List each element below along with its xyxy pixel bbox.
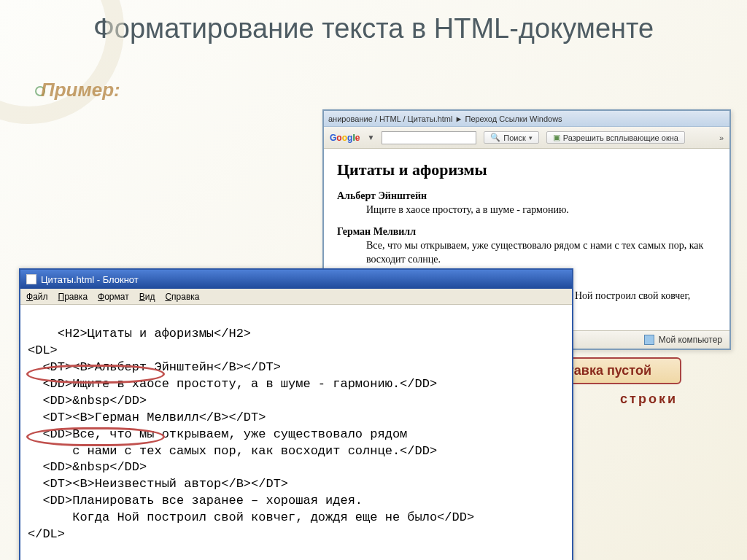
code-text: <H2>Цитаты и афоризмы</H2> <DL> <DT><B>А…	[28, 327, 474, 541]
magnifier-icon: 🔍	[490, 133, 500, 142]
toolbar-dropdown-icon[interactable]: ▼	[367, 133, 374, 141]
notepad-title-text: Цитаты.html - Блокнот	[41, 274, 139, 285]
menu-edit[interactable]: Правка	[58, 292, 88, 302]
popup-icon: ▣	[553, 133, 560, 142]
computer-icon	[644, 335, 654, 345]
callout-line2: строки	[620, 392, 678, 407]
popup-toggle[interactable]: ▣ Разрешить всплывающие окна	[546, 131, 685, 144]
notepad-titlebar: Цитаты.html - Блокнот	[20, 270, 572, 289]
menu-format[interactable]: Формат	[98, 292, 129, 302]
notepad-window: Цитаты.html - Блокнот Файл Правка Формат…	[19, 268, 573, 560]
menu-file[interactable]: Файл	[26, 292, 48, 302]
browser-toolbar: Google ▼ 🔍 Поиск ▾ ▣ Разрешить всплывающ…	[324, 127, 729, 149]
status-right-text: Мой компьютер	[659, 335, 722, 345]
decorative-ring	[0, 0, 124, 124]
quote-author: Альберт Эйнштейн	[337, 190, 716, 203]
browser-titlebar: анирование / НТМL / Цитаты.html ► Перехо…	[324, 111, 729, 127]
quote-author: Герман Мелвилл	[337, 225, 716, 239]
search-input[interactable]	[382, 131, 476, 144]
document-icon	[26, 274, 36, 284]
quote-text: Все, что мы открываем, уже существовало …	[366, 239, 716, 267]
toolbar-chevrons-icon[interactable]: »	[719, 133, 724, 142]
chevron-down-icon: ▾	[529, 134, 533, 141]
notepad-body[interactable]: <H2>Цитаты и афоризмы</H2> <DL> <DT><B>А…	[20, 305, 572, 560]
search-button-label: Поиск	[503, 133, 525, 142]
popup-label: Разрешить всплывающие окна	[563, 133, 678, 142]
google-logo: Google	[330, 133, 360, 143]
notepad-menubar: Файл Правка Формат Вид Справка	[20, 289, 572, 305]
search-button[interactable]: 🔍 Поиск ▾	[484, 131, 538, 144]
page-heading: Цитаты и афоризмы	[337, 159, 716, 181]
menu-help[interactable]: Справка	[165, 292, 199, 302]
quote-text: Ищите в хаосе простоту, а в шуме - гармо…	[366, 203, 716, 217]
example-label: Пример:	[41, 79, 120, 101]
menu-view[interactable]: Вид	[139, 292, 155, 302]
